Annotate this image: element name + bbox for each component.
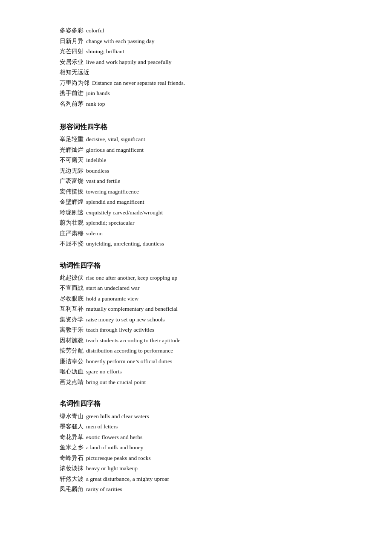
list-item: 廉洁奉公honestly perform one’s official duti… <box>60 356 341 367</box>
english-text: teach through lively activities <box>86 325 154 335</box>
list-item: 光芒四射shining; brilliant <box>60 46 341 57</box>
chinese-text: 名列前茅 <box>60 99 84 110</box>
list-item: 无边无际boundless <box>60 166 341 176</box>
english-text: splendid and magnificent <box>86 197 144 207</box>
chinese-text: 浓妆淡抹 <box>60 463 84 474</box>
chinese-text: 庄严肃穆 <box>60 228 84 239</box>
section-title: 形容词性四字格 <box>60 121 341 133</box>
english-text: mutually complementary and beneficial <box>86 304 178 314</box>
vocabulary-section: 动词性四字格此起彼伏rise one after another, keep c… <box>60 260 341 388</box>
english-text: green hills and clear waters <box>86 411 149 422</box>
list-item: 因材施教teach students according to their ap… <box>60 335 341 346</box>
english-text: spare no efforts <box>86 367 122 377</box>
list-item: 不可磨灭indelible <box>60 155 341 166</box>
list-item: 不宣而战start an undeclared war <box>60 283 341 294</box>
chinese-text: 蔚为壮观 <box>60 218 84 228</box>
english-text: towering magnificence <box>86 187 139 197</box>
chinese-text: 画龙点睛 <box>60 377 84 388</box>
english-text: picturesque peaks and rocks <box>86 453 151 463</box>
intro-section: 多姿多彩colorful日新月异change with each passing… <box>60 26 341 109</box>
list-item: 蔚为壮观splendid; spectacular <box>60 218 341 228</box>
chinese-text: 墨客骚人 <box>60 422 84 432</box>
chinese-text: 奇花异草 <box>60 432 84 443</box>
list-item: 奇峰异石picturesque peaks and rocks <box>60 453 341 464</box>
list-item: 多姿多彩colorful <box>60 26 341 36</box>
chinese-text: 尽收眼底 <box>60 294 84 304</box>
english-text: rank top <box>86 99 105 109</box>
list-item: 绿水青山green hills and clear waters <box>60 411 341 422</box>
chinese-text: 集资办学 <box>60 315 84 325</box>
english-text: join hands <box>86 88 110 98</box>
chinese-text: 因材施教 <box>60 335 84 346</box>
english-text: honestly perform one’s official duties <box>86 356 172 367</box>
list-item: 奇花异草exotic flowers and herbs <box>60 432 341 443</box>
english-text: hold a panoramic view <box>86 294 138 304</box>
english-text: heavy or light makeup <box>86 463 138 474</box>
list-item: 轩然大波a great disturbance, a mighty uproar <box>60 474 341 485</box>
english-text: glorious and magnificent <box>86 145 144 155</box>
chinese-text: 鱼米之乡 <box>60 442 84 453</box>
list-item: 尽收眼底hold a panoramic view <box>60 294 341 304</box>
list-item: 宏伟挺拔towering magnificence <box>60 187 341 197</box>
chinese-text: 寓教于乐 <box>60 325 84 335</box>
english-text: splendid; spectacular <box>86 218 135 228</box>
list-item: 玲珑剔透exquisitely carved/made/wrought <box>60 208 341 218</box>
list-item: 举足轻重decisive, vital, significant <box>60 134 341 145</box>
list-item: 浓妆淡抹heavy or light makeup <box>60 463 341 474</box>
chinese-text: 奇峰异石 <box>60 453 84 464</box>
english-text: solemn <box>86 228 103 239</box>
vocabulary-section: 名词性四字格绿水青山green hills and clear waters墨客… <box>60 398 341 494</box>
list-item: 不屈不挠unyielding, unrelenting, dauntless <box>60 239 341 249</box>
list-item: 日新月异change with each passing day <box>60 36 341 47</box>
chinese-text: 相知无远近 <box>60 67 89 78</box>
chinese-text: 多姿多彩 <box>60 26 84 36</box>
list-item: 携手前进join hands <box>60 88 341 99</box>
list-item: 庄严肃穆solemn <box>60 228 341 239</box>
english-text: decisive, vital, significant <box>86 134 145 145</box>
section-title: 动词性四字格 <box>60 260 341 271</box>
list-item: 光辉灿烂glorious and magnificent <box>60 145 341 156</box>
chinese-text: 此起彼伏 <box>60 273 84 283</box>
chinese-text: 廉洁奉公 <box>60 356 84 367</box>
list-item: 凤毛麟角rarity of rarities <box>60 484 341 495</box>
list-item: 此起彼伏rise one after another, keep croppin… <box>60 273 341 283</box>
chinese-text: 万里尚为邻 <box>60 78 89 89</box>
chinese-text: 光芒四射 <box>60 46 84 57</box>
list-item: 鱼米之乡a land of milk and honey <box>60 442 341 453</box>
list-item: 金壁辉煌splendid and magnificent <box>60 197 341 208</box>
list-item: 互利互补mutually complementary and beneficia… <box>60 304 341 315</box>
list-item: 集资办学raise money to set up new schools <box>60 315 341 325</box>
chinese-text: 无边无际 <box>60 166 84 176</box>
english-text: teach students according to their aptitu… <box>86 335 181 346</box>
chinese-text: 呕心沥血 <box>60 367 84 377</box>
main-content: 形容词性四字格举足轻重decisive, vital, significant光… <box>60 121 341 495</box>
english-text: live and work happily and peacefully <box>86 57 172 67</box>
english-text: raise money to set up new schools <box>86 315 164 325</box>
chinese-text: 携手前进 <box>60 88 84 99</box>
chinese-text: 互利互补 <box>60 304 84 315</box>
list-item: 相知无远近 <box>60 67 341 78</box>
chinese-text: 绿水青山 <box>60 411 84 422</box>
list-item: 画龙点睛bring out the crucial point <box>60 377 341 388</box>
chinese-text: 宏伟挺拔 <box>60 187 84 197</box>
chinese-text: 不宣而战 <box>60 283 84 294</box>
english-text: vast and fertile <box>86 176 120 186</box>
chinese-text: 按劳分配 <box>60 346 84 356</box>
english-text: rarity of rarities <box>86 484 122 494</box>
chinese-text: 光辉灿烂 <box>60 145 84 156</box>
english-text: exotic flowers and herbs <box>86 432 142 442</box>
chinese-text: 广袤富饶 <box>60 176 84 187</box>
list-item: 寓教于乐teach through lively activities <box>60 325 341 335</box>
english-text: Distance can never separate real friends… <box>92 78 185 88</box>
chinese-text: 日新月异 <box>60 36 84 47</box>
english-text: shining; brilliant <box>86 46 124 57</box>
english-text: indelible <box>86 155 106 165</box>
chinese-text: 安居乐业 <box>60 57 84 68</box>
english-text: unyielding, unrelenting, dauntless <box>86 239 164 249</box>
english-text: men of letters <box>86 422 118 432</box>
list-item: 安居乐业live and work happily and peacefully <box>60 57 341 68</box>
english-text: rise one after another, keep cropping up <box>86 273 177 283</box>
english-text: change with each passing day <box>86 36 154 46</box>
list-item: 按劳分配distribution according to performanc… <box>60 346 341 356</box>
chinese-text: 玲珑剔透 <box>60 208 84 218</box>
